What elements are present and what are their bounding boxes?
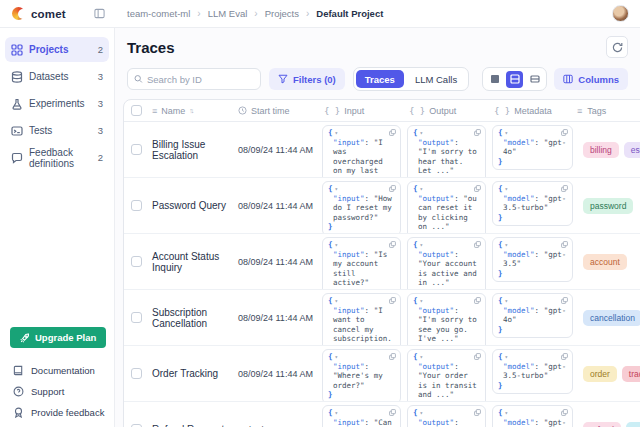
sidebar-item-projects[interactable]: Projects 2	[5, 37, 109, 62]
chevron-down-icon[interactable]: ▾	[420, 242, 424, 248]
json-cell-input[interactable]: { ▾ "input": "Is my account still active…	[322, 237, 401, 290]
json-cell-metadata[interactable]: { ▾ "model": "gpt-3.5-turbo" }	[492, 181, 573, 226]
copy-icon[interactable]	[474, 241, 481, 248]
chevron-down-icon[interactable]: ▾	[505, 354, 509, 360]
copy-icon[interactable]	[561, 129, 568, 136]
tag[interactable]: billing	[583, 142, 619, 158]
copy-icon[interactable]	[389, 241, 396, 248]
sidebar-collapse-icon[interactable]	[94, 8, 105, 19]
json-cell-metadata[interactable]: { ▾ "model": "gpt-3.5-turbo" }	[492, 349, 573, 394]
chevron-down-icon[interactable]: ▾	[335, 186, 339, 192]
breadcrumb-llm-eval[interactable]: LLM Eval	[208, 8, 248, 19]
json-cell-output[interactable]: { ▾ "output": "ou can reset it by clicki…	[407, 181, 486, 234]
json-cell-output[interactable]: { ▾ "output": "I've submitted your refun…	[407, 405, 486, 427]
trace-name[interactable]: Subscription Cancellation	[152, 307, 232, 329]
table-row[interactable]: Subscription Cancellation 08/09/24 11:44…	[124, 290, 640, 346]
json-cell-output[interactable]: { ▾ "output": "Your account is active an…	[407, 237, 486, 290]
breadcrumb-workspace[interactable]: team-comet-ml	[127, 8, 190, 19]
column-header-metadata[interactable]: Metadata	[514, 106, 552, 116]
chevron-down-icon[interactable]: ▾	[335, 242, 339, 248]
json-cell-metadata[interactable]: { ▾ "model": "gpt-4o" }	[492, 125, 573, 170]
tag[interactable]: account	[583, 254, 627, 270]
filters-button[interactable]: Filters (0)	[269, 68, 345, 90]
search-input[interactable]	[147, 74, 254, 85]
avatar[interactable]	[612, 5, 629, 22]
copy-icon[interactable]	[561, 353, 568, 360]
json-cell-metadata[interactable]: { ▾ "model": "gpt-3.5" }	[492, 405, 573, 427]
chevron-down-icon[interactable]: ▾	[420, 186, 424, 192]
tab-llm-calls[interactable]: LLM Calls	[406, 70, 466, 88]
search-box[interactable]	[127, 68, 261, 90]
table-row[interactable]: Billing Issue Escalation 08/09/24 11:44 …	[124, 122, 640, 178]
chevron-down-icon[interactable]: ▾	[335, 410, 339, 416]
copy-icon[interactable]	[561, 297, 568, 304]
tag[interactable]: tracking	[622, 366, 640, 382]
json-cell-metadata[interactable]: { ▾ "model": "gpt-3.5" }	[492, 237, 573, 282]
copy-icon[interactable]	[561, 241, 568, 248]
columns-button[interactable]: Columns	[554, 68, 628, 90]
chevron-down-icon[interactable]: ▾	[335, 130, 339, 136]
breadcrumb-projects[interactable]: Projects	[265, 8, 299, 19]
sidebar-item-experiments[interactable]: Experiments 3	[5, 91, 109, 116]
json-cell-input[interactable]: { ▾ "input": "Where's my order?" }	[322, 349, 401, 402]
row-checkbox[interactable]	[131, 312, 142, 323]
trace-name[interactable]: Order Tracking	[152, 368, 218, 379]
copy-icon[interactable]	[474, 129, 481, 136]
refresh-button[interactable]	[606, 36, 628, 58]
sort-icon[interactable]: ↑↓	[189, 107, 192, 114]
json-cell-output[interactable]: { ▾ "output": "Your order is in transit …	[407, 349, 486, 402]
json-cell-output[interactable]: { ▾ "output": "I'm sorry to hear that. L…	[407, 125, 486, 178]
table-row[interactable]: Order Tracking 08/09/24 11:44 AM { ▾ "in…	[124, 346, 640, 402]
chevron-down-icon[interactable]: ▾	[505, 242, 509, 248]
chevron-down-icon[interactable]: ▾	[505, 130, 509, 136]
table-row[interactable]: Refund Request 08/09/24 11:44 AM { ▾ "in…	[124, 402, 640, 427]
copy-icon[interactable]	[389, 297, 396, 304]
row-height-large-button[interactable]	[526, 71, 543, 88]
json-cell-input[interactable]: { ▾ "input": "I want to cancel my subscr…	[322, 293, 401, 346]
trace-name[interactable]: Billing Issue Escalation	[152, 139, 232, 161]
tag[interactable]: refund	[583, 422, 621, 427]
chevron-down-icon[interactable]: ▾	[420, 298, 424, 304]
sidebar-item-documentation[interactable]: Documentation	[0, 360, 114, 381]
upgrade-plan-button[interactable]: Upgrade Plan	[10, 327, 106, 348]
json-cell-metadata[interactable]: { ▾ "model": "gpt-4o" }	[492, 293, 573, 338]
copy-icon[interactable]	[561, 185, 568, 192]
copy-icon[interactable]	[474, 185, 481, 192]
row-checkbox[interactable]	[131, 144, 142, 155]
column-header-name[interactable]: Name	[161, 106, 185, 116]
column-header-input[interactable]: Input	[344, 106, 364, 116]
copy-icon[interactable]	[561, 409, 568, 416]
chevron-down-icon[interactable]: ▾	[420, 130, 424, 136]
trace-name[interactable]: Account Status Inquiry	[152, 251, 232, 273]
copy-icon[interactable]	[389, 353, 396, 360]
copy-icon[interactable]	[389, 409, 396, 416]
chevron-down-icon[interactable]: ▾	[335, 354, 339, 360]
sidebar-item-feedback-definitions[interactable]: Feedback definitions 2	[5, 145, 109, 170]
select-all-checkbox[interactable]	[131, 105, 142, 116]
chevron-down-icon[interactable]: ▾	[505, 410, 509, 416]
chevron-down-icon[interactable]: ▾	[420, 354, 424, 360]
tag[interactable]: password	[583, 198, 633, 214]
row-checkbox[interactable]	[131, 368, 142, 379]
chevron-down-icon[interactable]: ▾	[505, 298, 509, 304]
row-checkbox[interactable]	[131, 256, 142, 267]
json-cell-input[interactable]: { ▾ "input": "I was overcharged on my la…	[322, 125, 401, 178]
copy-icon[interactable]	[474, 409, 481, 416]
chevron-down-icon[interactable]: ▾	[335, 298, 339, 304]
json-cell-input[interactable]: { ▾ "input": "How do I reset my password…	[322, 181, 401, 234]
trace-name[interactable]: Password Query	[152, 200, 226, 211]
chevron-down-icon[interactable]: ▾	[505, 186, 509, 192]
json-cell-input[interactable]: { ▾ "input": "Can I get a refund for my …	[322, 405, 401, 427]
sidebar-item-support[interactable]: Support	[0, 381, 114, 402]
tag[interactable]: request	[626, 422, 640, 427]
row-height-medium-button[interactable]	[506, 71, 523, 88]
sidebar-item-datasets[interactable]: Datasets 3	[5, 64, 109, 89]
tag[interactable]: cancellation	[583, 310, 640, 326]
column-header-tags[interactable]: Tags	[587, 106, 606, 116]
row-checkbox[interactable]	[131, 200, 142, 211]
copy-icon[interactable]	[474, 297, 481, 304]
copy-icon[interactable]	[474, 353, 481, 360]
tab-traces[interactable]: Traces	[356, 70, 404, 88]
sidebar-item-provide-feedback[interactable]: Provide feedback	[0, 402, 114, 423]
copy-icon[interactable]	[389, 129, 396, 136]
